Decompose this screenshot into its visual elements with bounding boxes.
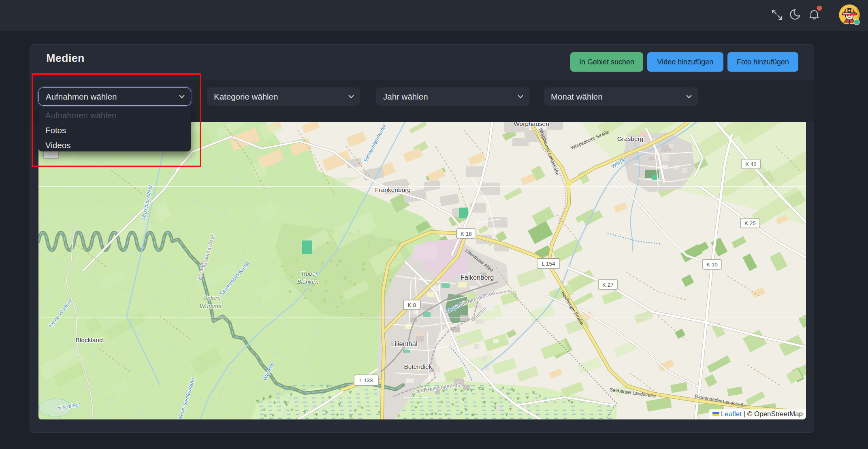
svg-text:L 154: L 154 [542,261,555,267]
svg-text:K 25: K 25 [744,220,756,226]
svg-text:Frankenburg: Frankenburg [375,186,411,193]
svg-text:K 10: K 10 [706,262,718,268]
svg-text:Falkenberg: Falkenberg [461,274,494,281]
svg-text:Butendiek: Butendiek [404,363,432,370]
svg-text:Blänken: Blänken [297,279,318,285]
svg-text:L 133: L 133 [359,377,373,383]
svg-text:Blockland: Blockland [75,336,102,343]
svg-text:K 27: K 27 [602,282,614,288]
svg-text:K 18: K 18 [461,231,472,237]
svg-text:K 42: K 42 [745,161,757,167]
svg-text:Worphausen: Worphausen [514,122,549,127]
svg-text:Lilienthal: Lilienthal [391,340,417,347]
svg-text:Wümme: Wümme [200,303,222,309]
svg-text:Truper: Truper [301,270,318,277]
svg-text:Grasberg: Grasberg [617,135,644,142]
svg-text:K 8: K 8 [408,302,416,308]
svg-text:Untere: Untere [203,295,221,301]
